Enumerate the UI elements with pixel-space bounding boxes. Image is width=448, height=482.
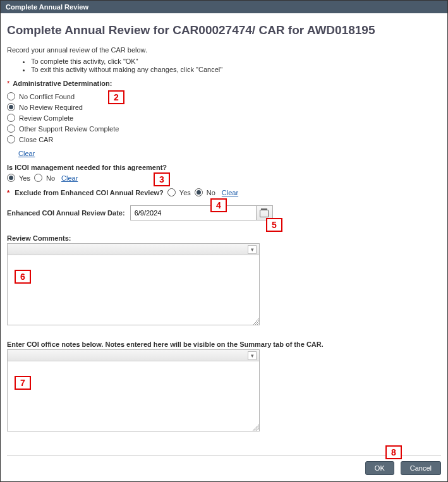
review-comments-textarea[interactable] <box>8 255 259 325</box>
radio-icon <box>7 174 15 182</box>
office-notes-textarea[interactable] <box>8 361 259 431</box>
radio-label: Yes <box>19 174 30 182</box>
icoi-yes[interactable]: Yes <box>7 174 30 182</box>
admin-determination-section: * Administrative Determination: No Confl… <box>7 80 441 157</box>
admin-option-review-complete[interactable]: Review Complete <box>7 112 441 123</box>
rte-expand-button[interactable]: ▾ <box>248 351 257 360</box>
office-notes-editor: ▾ <box>7 349 260 431</box>
exclude-section: * Exclude from Enhanced COI Annual Revie… <box>7 188 441 196</box>
resize-handle-icon[interactable] <box>253 425 259 431</box>
button-row: OK Cancel <box>7 461 441 475</box>
required-star: * <box>7 189 9 196</box>
review-comments-editor: ▾ <box>7 243 260 325</box>
review-comments-section: Review Comments: ▾ <box>7 234 441 325</box>
review-comments-label: Review Comments: <box>7 234 441 242</box>
ok-button[interactable]: OK <box>365 461 394 475</box>
window-title: Complete Annual Review <box>6 3 88 11</box>
date-input-wrap <box>130 205 273 220</box>
radio-icon <box>7 92 15 100</box>
review-date-input[interactable] <box>130 205 257 220</box>
titlebar: Complete Annual Review <box>1 1 447 13</box>
dialog-content: Complete Annual Review for CAR00027474/ … <box>1 13 447 437</box>
radio-label: Close CAR <box>19 136 53 143</box>
required-star: * <box>7 80 9 87</box>
office-notes-label: Enter COI office notes below. Notes ente… <box>7 340 441 348</box>
radio-icon <box>7 124 15 133</box>
office-notes-section: Enter COI office notes below. Notes ente… <box>7 340 441 431</box>
review-date-row: Enhanced COI Annual Review Date: <box>7 205 441 220</box>
icoi-section: Is ICOI management needed for this agree… <box>7 164 441 171</box>
radio-label: Yes <box>179 189 191 196</box>
radio-icon <box>34 174 42 182</box>
radio-icon <box>7 114 15 122</box>
radio-label: No <box>207 189 215 196</box>
dialog-footer: OK Cancel <box>7 455 441 475</box>
instruction-item: To exit this activity without making any… <box>31 66 441 73</box>
admin-clear-link[interactable]: Clear <box>18 150 35 157</box>
admin-option-other-support[interactable]: Other Support Review Complete <box>7 123 441 134</box>
icoi-radios: Yes No Clear <box>7 174 441 182</box>
radio-label: Other Support Review Complete <box>19 125 119 133</box>
exclude-label: Exclude from Enhanced COI Annual Review? <box>15 189 164 196</box>
admin-option-no-review[interactable]: No Review Required <box>7 102 441 112</box>
page-heading: Complete Annual Review for CAR00027474/ … <box>7 23 441 37</box>
rte-toolbar: ▾ <box>8 350 259 361</box>
radio-icon <box>7 135 15 143</box>
radio-label: No Conflict Found <box>19 93 75 100</box>
exclude-clear-link[interactable]: Clear <box>222 189 238 196</box>
resize-handle-icon[interactable] <box>253 318 259 325</box>
rte-toolbar: ▾ <box>8 244 259 255</box>
radio-icon <box>167 188 176 196</box>
admin-determination-label: Administrative Determination: <box>13 80 112 87</box>
radio-label: No Review Required <box>19 104 83 111</box>
icoi-clear-link[interactable]: Clear <box>61 174 78 182</box>
radio-icon <box>7 103 15 111</box>
icoi-label: Is ICOI management needed for this agree… <box>7 164 167 171</box>
admin-radio-group: No Conflict Found No Review Required Rev… <box>7 91 441 145</box>
radio-label: Review Complete <box>19 114 73 122</box>
radio-icon <box>195 188 203 196</box>
footer-divider <box>7 455 441 456</box>
exclude-yes[interactable]: Yes <box>167 188 191 196</box>
admin-option-close-car[interactable]: Close CAR <box>7 134 441 145</box>
instruction-item: To complete this activity, click "OK" <box>31 57 441 65</box>
admin-option-no-conflict[interactable]: No Conflict Found <box>7 91 441 102</box>
rte-expand-button[interactable]: ▾ <box>248 245 257 254</box>
icoi-no[interactable]: No <box>34 174 55 182</box>
review-date-label: Enhanced COI Annual Review Date: <box>7 209 125 217</box>
exclude-no[interactable]: No <box>195 188 215 196</box>
instructions-list: To complete this activity, click "OK" To… <box>7 57 441 73</box>
intro-text: Record your annual review of the CAR bel… <box>7 46 441 54</box>
cancel-button[interactable]: Cancel <box>401 461 441 475</box>
radio-label: No <box>46 174 55 182</box>
dialog-window: Complete Annual Review Complete Annual R… <box>0 0 448 482</box>
calendar-icon <box>260 208 269 217</box>
calendar-button[interactable] <box>257 205 273 220</box>
